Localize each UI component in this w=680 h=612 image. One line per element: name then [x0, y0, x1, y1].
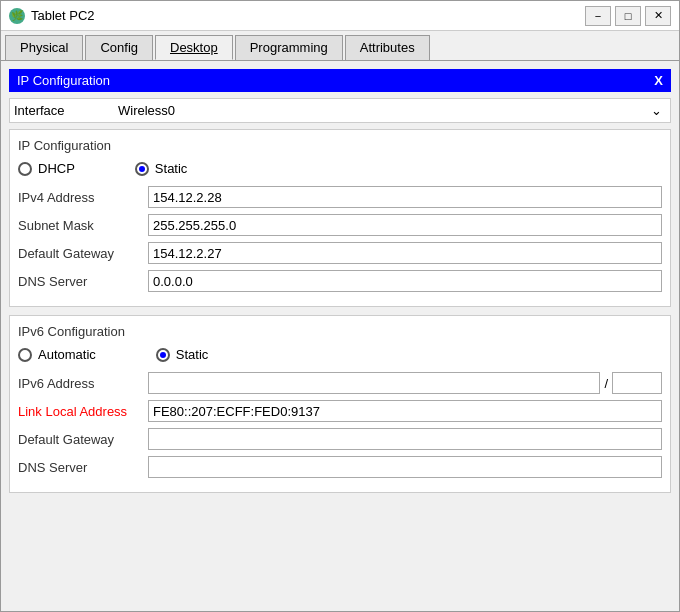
ipv4-address-input[interactable] — [148, 186, 662, 208]
ip-config-close[interactable]: X — [654, 73, 663, 88]
link-local-input[interactable] — [148, 400, 662, 422]
minimize-button[interactable]: − — [585, 6, 611, 26]
default-gateway-row: Default Gateway — [18, 242, 662, 264]
static-label: Static — [155, 161, 188, 176]
dns-server-label: DNS Server — [18, 274, 148, 289]
automatic-label: Automatic — [38, 347, 96, 362]
ipv6-static-radio-inner — [160, 352, 166, 358]
ipv6-radio-row: Automatic Static — [18, 347, 662, 362]
default-gateway-input[interactable] — [148, 242, 662, 264]
ipv6-prefix-input[interactable] — [612, 372, 662, 394]
ipv6-slash-icon: / — [604, 376, 608, 391]
window-title: Tablet PC2 — [31, 8, 585, 23]
ipv6-address-input[interactable] — [148, 372, 600, 394]
automatic-radio[interactable]: Automatic — [18, 347, 96, 362]
ipv6-dns-row: DNS Server — [18, 456, 662, 478]
tab-config[interactable]: Config — [85, 35, 153, 60]
ip-config-header: IP Configuration X — [9, 69, 671, 92]
ipv6-dns-input[interactable] — [148, 456, 662, 478]
static-radio-outer — [135, 162, 149, 176]
tab-attributes[interactable]: Attributes — [345, 35, 430, 60]
tab-desktop[interactable]: Desktop — [155, 35, 233, 60]
window-controls: − □ ✕ — [585, 6, 671, 26]
subnet-mask-input[interactable] — [148, 214, 662, 236]
link-local-row: Link Local Address — [18, 400, 662, 422]
static-radio-inner — [139, 166, 145, 172]
tab-bar: Physical Config Desktop Programming Attr… — [1, 31, 679, 61]
chevron-down-icon: ⌄ — [651, 103, 662, 118]
tab-programming[interactable]: Programming — [235, 35, 343, 60]
ipv6-static-label: Static — [176, 347, 209, 362]
ipv4-section-title: IP Configuration — [18, 138, 662, 153]
maximize-button[interactable]: □ — [615, 6, 641, 26]
ipv6-address-row: IPv6 Address / — [18, 372, 662, 394]
ipv6-section: IPv6 Configuration Automatic Static IPv6… — [9, 315, 671, 493]
ipv6-gateway-input[interactable] — [148, 428, 662, 450]
ipv6-section-title: IPv6 Configuration — [18, 324, 662, 339]
app-icon: 🌿 — [9, 8, 25, 24]
subnet-mask-label: Subnet Mask — [18, 218, 148, 233]
dhcp-label: DHCP — [38, 161, 75, 176]
main-content: IP Configuration X Interface Wireless0 ⌄… — [1, 61, 679, 611]
tab-physical[interactable]: Physical — [5, 35, 83, 60]
ip-config-title: IP Configuration — [17, 73, 110, 88]
ipv6-dns-label: DNS Server — [18, 460, 148, 475]
ipv4-radio-row: DHCP Static — [18, 161, 662, 176]
link-local-label: Link Local Address — [18, 404, 148, 419]
ipv4-address-label: IPv4 Address — [18, 190, 148, 205]
ipv6-addr-container: / — [148, 372, 662, 394]
default-gateway-label: Default Gateway — [18, 246, 148, 261]
dns-server-row: DNS Server — [18, 270, 662, 292]
ipv6-address-label: IPv6 Address — [18, 376, 148, 391]
subnet-mask-row: Subnet Mask — [18, 214, 662, 236]
interface-row: Interface Wireless0 ⌄ — [9, 98, 671, 123]
static-radio[interactable]: Static — [135, 161, 188, 176]
dns-server-input[interactable] — [148, 270, 662, 292]
ipv4-address-row: IPv4 Address — [18, 186, 662, 208]
ipv6-static-radio[interactable]: Static — [156, 347, 209, 362]
interface-dropdown[interactable]: Wireless0 ⌄ — [114, 101, 666, 120]
interface-label: Interface — [14, 103, 114, 118]
ipv6-gateway-label: Default Gateway — [18, 432, 148, 447]
ipv6-static-radio-outer — [156, 348, 170, 362]
ipv6-gateway-row: Default Gateway — [18, 428, 662, 450]
ipv4-section: IP Configuration DHCP Static IPv4 Addres… — [9, 129, 671, 307]
close-button[interactable]: ✕ — [645, 6, 671, 26]
dhcp-radio-outer — [18, 162, 32, 176]
automatic-radio-outer — [18, 348, 32, 362]
title-bar: 🌿 Tablet PC2 − □ ✕ — [1, 1, 679, 31]
interface-value: Wireless0 — [118, 103, 175, 118]
dhcp-radio[interactable]: DHCP — [18, 161, 75, 176]
main-window: 🌿 Tablet PC2 − □ ✕ Physical Config Deskt… — [0, 0, 680, 612]
